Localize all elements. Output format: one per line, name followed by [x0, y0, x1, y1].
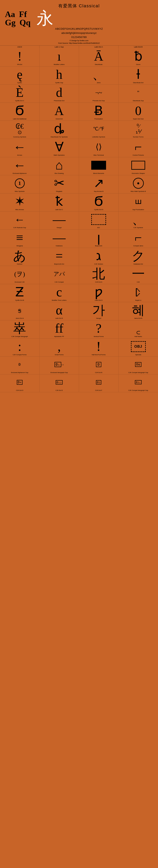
glyph-Bstroke: Ƀ: [94, 104, 103, 117]
glyph-hangul-hye: 혜: [132, 304, 145, 317]
glyph-cell-enclosed-ideo-sup: Ð₁ ₂₃ Enclosed Ideograph Sup: [40, 356, 79, 374]
glyph-katakana-ku: ク: [132, 249, 145, 262]
glyph-cell-cjk-ext-e: Ð₁₂ CJK Ext E: [40, 374, 79, 392]
glyph-lstroke: ƚ: [136, 68, 140, 81]
glyph-cell-modifier: ı Modifier Letters: [40, 48, 79, 66]
glyph-cell-diacritic: Ā Diacriticals: [79, 48, 118, 66]
glyph-cjk-ext-f: Ðɔ: [96, 376, 101, 389]
glyph-cell-enclosed: ← Enclosed Alphanum: [0, 157, 40, 176]
label-cjk: CJK: [137, 281, 140, 283]
label-cjk-compat-sup2: CJK Compat Ideograph Sup: [128, 390, 148, 392]
glyph-Z-stroke: Ƶ: [15, 286, 24, 299]
glyph-gimel: ג: [96, 249, 101, 262]
col-header-1: ASCII: [0, 45, 40, 48]
glyph-cell-jamo-ext-b: 혜 Jamo Ext B: [118, 302, 158, 320]
glyph-cell-cjk-sym: 、 CJK Symbols: [118, 212, 158, 230]
glyph-cell-kanbun: あ Kanbun: [0, 248, 40, 266]
glyph-specials: OBJ: [131, 340, 146, 353]
glyph-enc-alph-sup: Ð: [18, 358, 21, 371]
label-block: Block Elements: [93, 173, 104, 175]
glyph-ideographic-comma: 、: [92, 68, 105, 81]
glyph-cjk-ext-b: Ð: [96, 358, 101, 371]
glyph-kayah: ꛕ: [135, 286, 142, 299]
label-cjk-compat-ideo: CJK Compat Ideograph: [11, 336, 28, 338]
glyph-cell-jamo-ext-a: ꟊ Jamo Ext A: [0, 302, 40, 320]
label-diacriticals-sym: Diacriticals For Symbols: [51, 136, 68, 138]
glyph-arrow-left: ←: [13, 141, 26, 153]
dashed-rect: [91, 214, 106, 225]
glyph-cjk-north: 北: [92, 268, 105, 280]
glyph-cell-cjk-compat: アパ CJK Compat: [40, 266, 79, 284]
label-diacriticals-ext: Diacriticals Ext: [133, 82, 144, 84]
glyph-cell-cyrillic-ext-n: Ϭ Cyrillic Ext N: [79, 193, 118, 212]
glyph-cjk-ext-e: Ð₁₂: [56, 376, 63, 389]
glyph-misc-tech: ⟨⟩: [95, 141, 102, 153]
glyph-cell-enclosed-alphanum-sup: Ð Enclosed Alphanum Sup: [0, 356, 40, 374]
glyph-cell-phoenician: d Phoenician Ext: [40, 85, 79, 103]
label-diacriticals: Diacriticals: [95, 64, 103, 65]
glyph-cell-arrows: ← Arrows: [0, 139, 40, 157]
numbers: 0123456789: [3, 35, 155, 39]
label-phonetic-sup: Phonetic Ext Sup: [93, 100, 105, 102]
label-katakana: Katakana: [56, 245, 63, 247]
label-latin-ext-d: Latin Ext D: [95, 299, 103, 301]
glyph-em-dash: —: [53, 213, 66, 226]
glyph-cell-cjk-strokes: ג CJK Strokes: [79, 248, 118, 266]
glyph-hiragana-a: あ: [13, 249, 26, 262]
label-cjk-sym: CJK Symbols: [133, 227, 143, 229]
label-ipa: IPA Ext: [17, 64, 22, 65]
label-cjk-ext-b: CJK Ext B: [95, 372, 102, 374]
label-math: Math Operators: [54, 154, 65, 156]
label-bopomofo-ext: Bopomofo Ext: [54, 263, 64, 265]
glyph-cell-punctuation: Ƀ Punctuation: [79, 103, 118, 121]
glyph-cell-cjk-compat-forms: : CJK Compat Forms: [0, 339, 40, 357]
label-kanbun: Kanbun: [17, 263, 23, 265]
glyph-c: c: [56, 286, 62, 299]
glyph-cell-cjk-compat-ideo-sup: Ðα CJK Compat Ideograph Sup: [118, 356, 158, 374]
glyph-equals: =: [55, 249, 63, 262]
glyph-colon: :: [18, 340, 21, 353]
glyph-cell-katakana-ext: ク Katakana Ext: [118, 248, 158, 266]
label-geom-shapes: Geometric Shapes: [132, 173, 145, 175]
glyph-cell-misc-arrows: ✶ Misc Arrows: [0, 193, 40, 212]
glyph-d: d: [56, 86, 63, 99]
glyph-jamo-ext-a: ꟊ: [18, 304, 22, 317]
label-latin-ext-c: Latin Ext C: [55, 209, 63, 211]
glyph-exclaim-full: ！: [92, 340, 105, 353]
glyph-sup-punct: ꟺ: [135, 195, 142, 208]
title: 有爱黑体 Classical: [3, 2, 155, 10]
glyph-coptic2: Ϭ: [94, 195, 103, 208]
glyph-cell-compat-jamo: ⌐ Compat Jamo: [118, 230, 158, 248]
label-modifier: Modifier Letters: [54, 64, 65, 65]
glyph-Qq: Qq: [19, 19, 31, 27]
glyph-cell-small-forms: , Small Forms: [40, 339, 79, 357]
label-cjk-ext-f: CJK Ext F: [95, 390, 102, 392]
label-latin-ext-e: Latin Ext E: [55, 317, 63, 319]
label-hangul: Hangul: [96, 317, 101, 319]
glyph-dotless-i: ı: [57, 50, 61, 63]
glyph-cjk-one: 一: [132, 268, 145, 280]
glyph-cell-control: ⌐ Control Pictures: [118, 139, 158, 157]
label-letterlike: Letterlike Symbols: [92, 136, 105, 138]
col-header-2: Latin 1 Sup: [40, 45, 79, 48]
glyph-cell-bopomofo: ן Bopomofo: [79, 230, 118, 248]
title-text: 有爱黑体 Classical: [58, 3, 100, 8]
label-modifier-tone: Modifier Tone Letters: [52, 299, 67, 301]
glyph-cell-latin-ext-e: α Latin Ext E: [40, 302, 79, 320]
glyph-cell-math: ∀ Math Operators: [40, 139, 79, 157]
label-control: Control Pictures: [133, 154, 144, 156]
glyph-hangul-ga: 가: [92, 304, 105, 317]
alphabet-lower: abcdefghijklmnopqrstuvwxyz: [3, 31, 155, 35]
label-cjk-ext-e: CJK Ext E: [55, 390, 63, 392]
glyph-cell-latin-ext-d: ƿ Latin Ext D: [79, 284, 118, 302]
glyph-cell-greek-ext: A Greek Ext: [40, 103, 79, 121]
glyph-cell-katakana: — Katakana: [40, 230, 79, 248]
glyph-cell-kayah-li: ꛕ Kayah Li: [118, 284, 158, 302]
font-source: Font Source: http://www.fontke.com/font/…: [3, 42, 155, 44]
glyph-dash: —: [53, 231, 66, 244]
label-cyrillic-ext-b: Cyrillic Ext B: [15, 299, 24, 301]
glyph-cell-alpha-pf: ff Alphabetic PF: [40, 320, 79, 339]
glyph-idc: [91, 213, 106, 226]
glyph-cjk-ext-d: Ð«: [17, 376, 23, 389]
glyph-cell-sup-punct: ꟺ Sup Punctuation: [118, 193, 158, 212]
